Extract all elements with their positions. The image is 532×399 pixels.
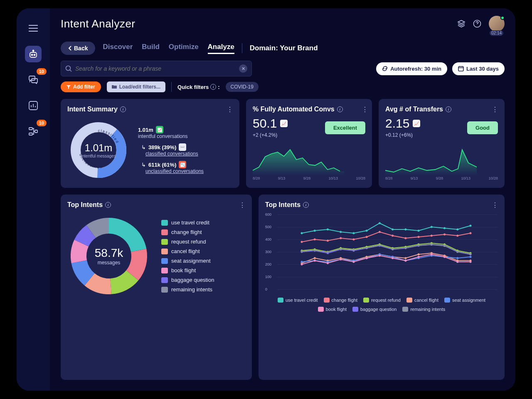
hamburger-menu-icon[interactable] <box>25 20 42 37</box>
tab-analyze[interactable]: Analyze <box>208 43 234 54</box>
kebab-icon[interactable]: ⋮ <box>492 201 499 209</box>
tab-discover[interactable]: Discover <box>103 43 133 54</box>
svg-point-27 <box>431 226 433 228</box>
presence-dot-icon <box>500 16 505 20</box>
add-filter-button[interactable]: Add filter <box>61 81 101 92</box>
svg-point-30 <box>470 225 472 227</box>
svg-point-100 <box>470 261 472 263</box>
svg-point-126 <box>443 245 446 247</box>
layers-icon[interactable] <box>457 20 466 28</box>
help-icon[interactable] <box>473 20 481 28</box>
svg-point-115 <box>301 250 303 252</box>
clear-search-icon[interactable]: ✕ <box>239 64 247 73</box>
analytics-icon[interactable] <box>25 97 42 114</box>
info-icon[interactable]: i <box>303 202 309 208</box>
avatar[interactable]: 02:14 <box>489 16 505 32</box>
svg-point-29 <box>456 229 458 231</box>
trend-up-icon: 📈 <box>413 120 420 127</box>
legend-item[interactable]: request refund <box>363 298 401 303</box>
automation-sparkline <box>253 142 344 175</box>
card-title: Top Intents <box>67 201 103 209</box>
load-filter-button[interactable]: Load/edit filters... <box>107 81 165 92</box>
svg-point-23 <box>379 222 381 224</box>
svg-point-68 <box>418 254 420 256</box>
quick-filters-label: Quick filters i : <box>177 84 219 90</box>
svg-point-35 <box>352 239 355 241</box>
legend-item[interactable]: cancel flight <box>161 248 214 254</box>
autorefresh-label: Autorefresh: 30 min <box>390 66 441 72</box>
svg-point-98 <box>443 256 446 258</box>
classified-link[interactable]: classified conversations <box>145 151 233 157</box>
svg-rect-4 <box>29 76 35 80</box>
svg-point-21 <box>352 232 355 234</box>
legend-item[interactable]: change flight <box>161 229 214 235</box>
add-filter-label: Add filter <box>73 84 95 90</box>
card-top-intents-donut: Top Intents i ⋮ 58.7k messages use trave… <box>61 195 252 380</box>
legend-item[interactable]: use travel credit <box>161 219 214 226</box>
donut-center-label: messages <box>98 260 121 266</box>
legend-item[interactable]: remaining intents <box>161 286 214 293</box>
svg-point-22 <box>366 230 368 232</box>
svg-point-19 <box>327 229 329 231</box>
legend-item[interactable]: request refund <box>161 239 214 245</box>
legend-item[interactable]: book flight <box>318 307 347 312</box>
legend-item[interactable]: seat assignment <box>444 298 485 303</box>
daterange-button[interactable]: Last 30 days <box>452 62 505 75</box>
svg-point-92 <box>366 257 368 259</box>
svg-point-2 <box>32 54 33 56</box>
svg-point-128 <box>470 253 472 255</box>
flows-icon[interactable]: 10 <box>25 123 42 140</box>
svg-point-60 <box>314 257 316 259</box>
svg-point-89 <box>327 262 329 264</box>
tabs: Discover Build Optimize Analyze <box>103 43 234 54</box>
autorefresh-button[interactable]: Autorefresh: 30 min <box>376 62 447 75</box>
svg-point-118 <box>340 248 342 250</box>
search-input-wrap[interactable]: ✕ <box>61 61 252 76</box>
legend-item[interactable]: change flight <box>324 298 357 303</box>
info-icon[interactable]: i <box>210 84 216 90</box>
info-icon[interactable]: i <box>105 202 111 208</box>
svg-rect-8 <box>29 133 32 135</box>
info-icon[interactable]: i <box>120 106 126 112</box>
legend-item[interactable]: seat assignment <box>161 258 214 264</box>
back-label: Back <box>74 45 88 52</box>
intent-summary-donut: classified unclassified 1.01m intentful … <box>67 119 130 181</box>
divider <box>171 82 172 92</box>
kebab-icon[interactable]: ⋮ <box>227 106 234 113</box>
main-content: Intent Analyzer 02:14 Back <box>50 8 515 391</box>
svg-point-67 <box>404 257 406 259</box>
legend-item[interactable]: baggage question <box>352 307 397 312</box>
legend-item[interactable]: book flight <box>161 267 214 273</box>
x-axis-labels: 8/289/139/2810/1310/28 <box>385 176 498 180</box>
legend-item[interactable]: cancel flight <box>406 298 438 303</box>
kebab-icon[interactable]: ⋮ <box>239 201 246 209</box>
kebab-icon[interactable]: ⋮ <box>492 106 499 113</box>
total-value: 1.01m <box>138 127 153 133</box>
tab-build[interactable]: Build <box>142 43 160 54</box>
legend-item[interactable]: use travel credit <box>278 298 318 303</box>
legend-item[interactable]: remaining intents <box>402 307 445 312</box>
divider <box>242 43 242 53</box>
chat-icon[interactable]: 10 <box>25 71 42 88</box>
svg-rect-1 <box>30 52 37 57</box>
back-button[interactable]: Back <box>61 42 95 55</box>
svg-point-20 <box>340 231 342 233</box>
kebab-icon[interactable]: ⋮ <box>362 106 369 113</box>
search-input[interactable] <box>75 65 236 72</box>
bot-icon[interactable] <box>25 46 42 62</box>
total-label: intentful conversations <box>138 133 233 139</box>
quick-filter-chip[interactable]: COVID-19 <box>226 82 259 92</box>
svg-point-127 <box>456 251 458 253</box>
svg-point-28 <box>443 227 446 229</box>
tab-optimize[interactable]: Optimize <box>169 43 199 54</box>
info-icon[interactable]: i <box>446 106 451 112</box>
header: Intent Analyzer 02:14 <box>61 16 505 37</box>
svg-point-88 <box>314 260 316 262</box>
donut-legend: use travel creditchange flightrequest re… <box>161 219 214 293</box>
info-icon[interactable]: i <box>337 106 343 112</box>
svg-point-26 <box>418 230 420 232</box>
unclassified-link[interactable]: unclassified conversations <box>145 168 233 174</box>
svg-point-96 <box>418 256 420 258</box>
page-title: Intent Analyzer <box>61 17 135 30</box>
legend-item[interactable]: baggage question <box>161 277 214 283</box>
